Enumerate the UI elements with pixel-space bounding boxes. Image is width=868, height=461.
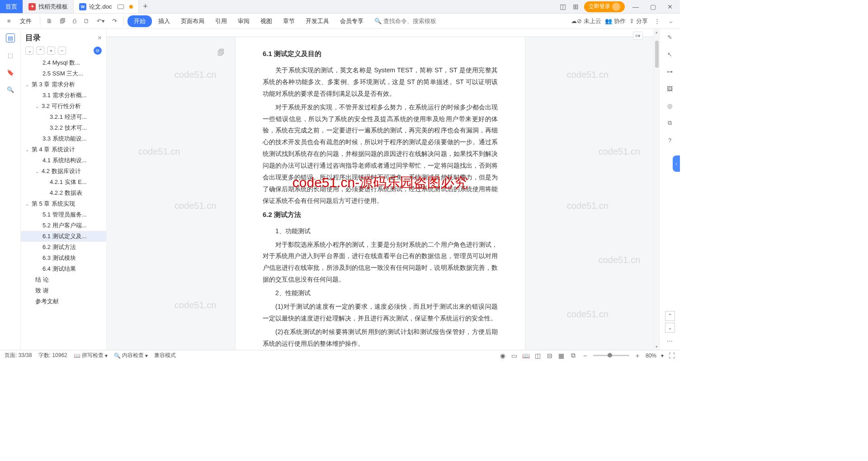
word-count[interactable]: 字数: 10962 [38, 352, 67, 359]
minimize-button[interactable]: — [629, 0, 642, 13]
login-button[interactable]: 立即登录 [584, 1, 625, 12]
maximize-button[interactable]: ▢ [646, 0, 659, 13]
ruler[interactable] [107, 29, 654, 37]
outline-item[interactable]: 6.3 测试模块 [21, 253, 106, 263]
search-box[interactable]: 🔍 [374, 18, 447, 24]
menu-member[interactable]: 会员专享 [335, 15, 368, 27]
save-icon[interactable]: 🗎 [44, 16, 55, 26]
zoom-in-button[interactable]: + [634, 352, 641, 359]
collab-button[interactable]: 👥协作 [605, 17, 626, 25]
redo-icon[interactable]: ↷ [109, 16, 120, 26]
menu-reference[interactable]: 引用 [211, 15, 231, 27]
scroll-up-icon[interactable]: ▴ [656, 30, 658, 34]
menu-review[interactable]: 审阅 [233, 15, 254, 27]
paragraph-icon[interactable]: 🗐 [217, 49, 225, 57]
outline-item[interactable]: 4.1 系统结构设... [21, 155, 106, 166]
bookmark-rail-icon[interactable]: ⬚ [6, 51, 15, 60]
content-check-button[interactable]: 🔍内容检查▾ [114, 352, 148, 359]
search-input[interactable] [383, 18, 447, 24]
menu-insert[interactable]: 插入 [154, 15, 175, 27]
collapse-right-button[interactable]: ‹ [673, 155, 680, 172]
outline-item[interactable]: 结 论 [21, 274, 106, 285]
outline-item[interactable]: 3.2.1 经济可... [21, 112, 106, 122]
outline-item[interactable]: 2.5 SSM 三大... [21, 68, 106, 79]
compass-icon[interactable]: ◎ [665, 101, 675, 110]
close-button[interactable]: ✕ [664, 0, 676, 13]
page-indicator[interactable]: 页面: 33/38 [5, 352, 32, 359]
sync-button[interactable]: ⟳ [94, 47, 102, 55]
zoom-thumb[interactable] [608, 353, 612, 358]
outline-item[interactable]: 2.4 Mysql 数... [21, 57, 106, 68]
focus-icon[interactable]: ◉ [499, 352, 506, 359]
image-icon[interactable]: 🖼 [665, 84, 675, 93]
scroll-down-icon[interactable]: ▾ [656, 344, 658, 349]
compat-mode[interactable]: 兼容模式 [154, 352, 176, 359]
save-as-icon[interactable]: 🗐 [57, 16, 68, 26]
tab-templates[interactable]: ✦找稻壳模板 [23, 0, 74, 13]
page-down-button[interactable]: ⌄ [665, 323, 675, 333]
more-icon[interactable]: ⋮ [651, 16, 663, 26]
outline-item[interactable]: ⌄第 3 章 需求分析 [21, 79, 106, 90]
ribbon-rail-icon[interactable]: 🔖 [6, 68, 15, 77]
apps-icon[interactable]: ⊞ [571, 3, 580, 11]
zoom-level[interactable]: 80% [646, 353, 656, 359]
outline-item[interactable]: 参考文献 [21, 296, 106, 307]
scroll-thumb[interactable] [655, 41, 659, 68]
outline-item[interactable]: 5.1 管理员服务... [21, 209, 106, 220]
outline-item[interactable]: ⌄4.2 数据库设计 [21, 166, 106, 177]
outline-item[interactable]: ⌄第 5 章 系统实现 [21, 198, 106, 209]
page-view-icon[interactable]: ▭ [511, 352, 518, 359]
fullscreen-icon[interactable]: ⛶ [668, 352, 675, 359]
page-up-button[interactable]: ⌃ [665, 311, 675, 321]
zoom-out-button[interactable]: − [581, 352, 589, 359]
outline-item[interactable]: 6.4 测试结果 [21, 263, 106, 274]
menu-layout[interactable]: 页面布局 [176, 15, 209, 27]
zoom-slider[interactable] [593, 355, 629, 356]
outline-item[interactable]: 6.1 测试定义及... [21, 231, 106, 242]
menu-devtools[interactable]: 开发工具 [301, 15, 334, 27]
outline-item[interactable]: 3.1 需求分析概... [21, 90, 106, 101]
cloud-status[interactable]: ☁⊘未上云 [571, 17, 601, 25]
outline-rail-icon[interactable]: ▤ [6, 33, 15, 42]
collapse-ribbon-icon[interactable]: ⌵ [666, 16, 675, 26]
undo-icon[interactable]: ↶▾ [94, 16, 108, 26]
search-rail-icon[interactable]: 🔍 [6, 85, 15, 94]
outline-item[interactable]: 3.2.2 技术可... [21, 122, 106, 133]
outline-view-icon[interactable]: ⊟ [546, 352, 553, 359]
expand-all-button[interactable]: ⌃ [36, 47, 44, 55]
spellcheck-button[interactable]: 📖拼写检查▾ [74, 352, 108, 359]
outline-item[interactable]: ⌄第 4 章 系统设计 [21, 144, 106, 155]
outline-item[interactable]: 5.2 用户客户端... [21, 220, 106, 231]
preview-icon[interactable]: 🗋 [81, 16, 92, 26]
outline-item[interactable]: ⌄3.2 可行性分析 [21, 101, 106, 112]
tab-home[interactable]: 首页 [0, 0, 23, 13]
outline-item[interactable]: 4.2.1 实体 E... [21, 177, 106, 188]
menu-chapter[interactable]: 章节 [278, 15, 299, 27]
outline-item[interactable]: 致 谢 [21, 285, 106, 296]
zoom-fit-icon[interactable]: ⧉ [570, 352, 577, 359]
device-icon[interactable]: ⧉ [665, 118, 675, 127]
read-view-icon[interactable]: 📖 [523, 352, 530, 359]
help-icon[interactable]: ? [665, 136, 675, 145]
settings-icon[interactable]: ⊶ [665, 67, 675, 76]
print-icon[interactable]: ⎙ [70, 16, 79, 26]
file-menu[interactable]: 文件 [15, 15, 36, 27]
more-rail-icon[interactable]: ⋯ [667, 338, 673, 344]
menu-icon[interactable]: ≡ [5, 16, 14, 26]
add-tab-button[interactable]: + [139, 0, 152, 13]
collapse-formatting-icon[interactable]: ≡▾ [633, 32, 643, 40]
share-button[interactable]: ⇪分享 [629, 17, 648, 25]
web-view-icon[interactable]: ◫ [534, 352, 542, 359]
add-item-button[interactable]: + [47, 47, 55, 55]
menu-start[interactable]: 开始 [127, 15, 152, 27]
menu-view[interactable]: 视图 [256, 15, 277, 27]
scrollbar-vertical[interactable]: ▴ ▾ [654, 29, 659, 350]
outline-item[interactable]: 4.2.2 数据表 [21, 188, 106, 198]
draft-view-icon[interactable]: ▦ [558, 352, 565, 359]
sidebyside-icon[interactable]: ◫ [559, 3, 567, 11]
outline-item[interactable]: 3.3 系统功能设... [21, 133, 106, 144]
cursor-icon[interactable]: ↖ [665, 50, 675, 59]
collapse-all-button[interactable]: ⌄ [25, 47, 33, 55]
pen-icon[interactable]: ✎ [665, 33, 675, 42]
tab-document[interactable]: W 论文.doc [74, 0, 139, 13]
